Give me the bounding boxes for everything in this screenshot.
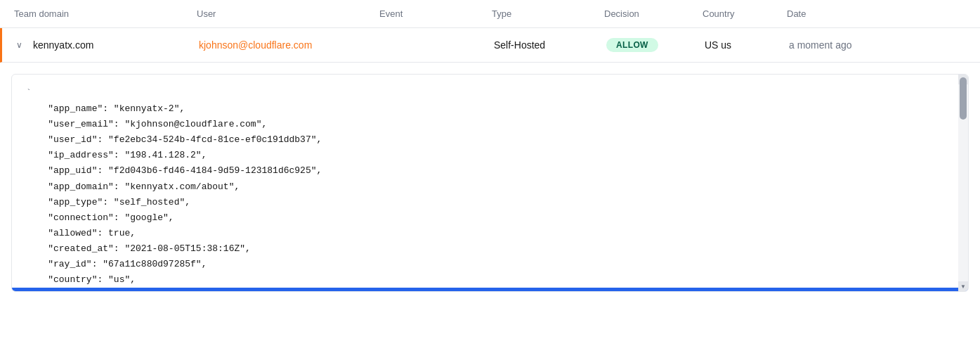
- json-line-user-id: "user_id": "fe2ebc34-524b-4fcd-81ce-ef0c…: [48, 134, 322, 145]
- scrollbar-track: ▲ ▼: [958, 75, 968, 291]
- json-line-ray-id: "ray_id": "67a11c880d97285f",: [48, 259, 207, 269]
- json-line-ip-address: "ip_address": "198.41.128.2",: [48, 150, 207, 160]
- json-line-user-email: "user_email": "kjohnson@cloudflare.com",: [48, 119, 267, 129]
- json-line-created-at: "created_at": "2021-08-05T15:38:16Z",: [48, 243, 251, 254]
- json-line-app-type: "app_type": "self_hosted",: [48, 197, 190, 207]
- json-line-app-domain: "app_domain": "kennyatx.com/about",: [48, 181, 240, 192]
- cell-country: US us: [705, 39, 789, 51]
- json-line-purpose-response: "purpose justification response": "I nee…: [12, 288, 968, 291]
- json-line-app-uid: "app_uid": "f2d043b6-fd46-4184-9d59-1231…: [48, 165, 322, 176]
- header-date: Date: [787, 8, 899, 19]
- json-line-app-name: "app_name": "kennyatx-2",: [48, 103, 185, 114]
- scrollbar-arrow-down[interactable]: ▼: [958, 281, 968, 291]
- header-type: Type: [492, 8, 604, 19]
- cell-decision: ALLOW: [606, 38, 705, 52]
- scrollbar-thumb[interactable]: [960, 77, 967, 120]
- cell-user: kjohnson@cloudflare.com: [199, 39, 381, 51]
- cell-team-domain: kennyatx.com: [33, 39, 199, 51]
- cell-date: a moment ago: [789, 39, 901, 51]
- json-line-connection: "connection": "google",: [48, 212, 174, 223]
- header-event: Event: [379, 8, 492, 19]
- table-header: Team domain User Event Type Decision Cou…: [0, 0, 980, 28]
- table-row[interactable]: ∨ kennyatx.com kjohnson@cloudflare.com S…: [0, 28, 980, 63]
- decision-badge: ALLOW: [606, 38, 658, 52]
- header-user: User: [197, 8, 379, 19]
- cell-type: Self-Hosted: [494, 39, 606, 51]
- detail-panel: ` "app_name": "kennyatx-2", "user_email"…: [11, 74, 969, 292]
- header-country: Country: [703, 8, 787, 19]
- json-line-allowed: "allowed": true,: [48, 228, 136, 238]
- header-team-domain: Team domain: [14, 8, 197, 19]
- json-line-country: "country": "us",: [48, 274, 136, 285]
- header-decision: Decision: [604, 8, 703, 19]
- backtick: `: [26, 88, 32, 98]
- row-expand-toggle[interactable]: ∨: [16, 40, 33, 50]
- json-detail[interactable]: ` "app_name": "kennyatx-2", "user_email"…: [12, 75, 968, 291]
